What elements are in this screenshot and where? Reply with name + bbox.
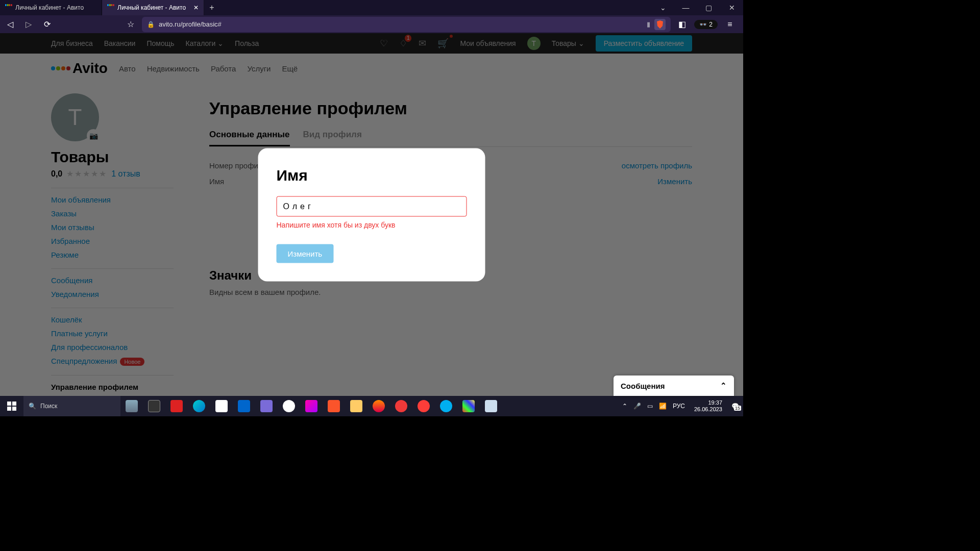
app-icon[interactable] [120, 396, 143, 416]
svg-rect-2 [7, 407, 11, 411]
clock[interactable]: 19:37 26.06.2023 [691, 399, 725, 413]
submit-button[interactable]: Изменить [277, 244, 334, 263]
name-modal: Имя Напишите имя хотя бы из двух букв Из… [258, 148, 485, 281]
svg-rect-3 [12, 407, 16, 411]
brave-icon[interactable] [323, 396, 345, 416]
app-icon[interactable] [457, 396, 480, 416]
glasses-icon: 👓 [699, 21, 707, 28]
browser-tab-active[interactable]: Личный кабинет - Авито ✕ [102, 0, 204, 15]
toolbar: ◁ ▷ ⟳ ☆ 🔒 avito.ru/profile/basic# ▮ ◧ 👓2… [0, 15, 743, 33]
reader-icon[interactable]: ▮ [647, 20, 650, 28]
window-controls: ⌄ — ▢ ✕ [651, 0, 743, 15]
close-tab-icon[interactable]: ✕ [193, 4, 199, 11]
tabstrip: Личный кабинет - Авито Личный кабинет - … [0, 0, 743, 15]
chevron-down-icon[interactable]: ⌄ [651, 0, 674, 15]
time-text: 19:37 [694, 399, 722, 406]
messages-label: Сообщения [621, 382, 665, 390]
modal-title: Имя [277, 166, 467, 184]
tab-title: Личный кабинет - Авито [15, 4, 84, 11]
url-text: avito.ru/profile/basic# [159, 20, 643, 28]
mail-icon[interactable] [233, 396, 255, 416]
firefox-icon[interactable] [368, 396, 390, 416]
app-icon[interactable] [480, 396, 502, 416]
favicon-icon [107, 4, 114, 11]
back-button[interactable]: ◁ [3, 17, 17, 32]
wifi-icon[interactable]: 📶 [659, 403, 667, 410]
search-icon: 🔍 [29, 403, 36, 410]
browser-tab[interactable]: Личный кабинет - Авито [0, 0, 102, 15]
start-button[interactable] [0, 396, 23, 416]
sidepanel-icon[interactable]: ◧ [675, 17, 689, 32]
maximize-button[interactable]: ▢ [697, 0, 720, 15]
lock-icon: 🔒 [147, 21, 155, 28]
date-text: 26.06.2023 [694, 406, 722, 413]
lang-indicator[interactable]: РУС [673, 403, 685, 410]
bookmark-icon[interactable]: ☆ [124, 17, 138, 32]
notifications-icon[interactable]: 💬15 [731, 403, 739, 410]
close-window-button[interactable]: ✕ [720, 0, 743, 15]
messages-dock[interactable]: Сообщения ⌃ [614, 375, 734, 396]
svg-rect-0 [7, 402, 11, 406]
address-bar[interactable]: 🔒 avito.ru/profile/basic# ▮ [142, 17, 671, 32]
app-icon[interactable] [255, 396, 278, 416]
edge-icon[interactable] [188, 396, 210, 416]
forward-button: ▷ [21, 17, 36, 32]
taskview-icon[interactable] [143, 396, 165, 416]
yandex-icon[interactable] [278, 396, 300, 416]
battery-icon[interactable]: ▭ [647, 403, 653, 410]
yandex-icon[interactable] [412, 396, 435, 416]
private-indicator[interactable]: 👓2 [694, 20, 718, 29]
name-input[interactable] [277, 196, 467, 216]
tray-chevron-icon[interactable]: ⌃ [622, 403, 627, 410]
browser-chrome: Личный кабинет - Авито Личный кабинет - … [0, 0, 743, 33]
app-icon[interactable] [165, 396, 188, 416]
error-text: Напишите имя хотя бы из двух букв [277, 220, 467, 229]
svg-rect-1 [12, 402, 16, 406]
new-tab-button[interactable]: + [204, 0, 219, 15]
store-icon[interactable] [210, 396, 233, 416]
search-placeholder: Поиск [40, 403, 57, 410]
mic-icon[interactable]: 🎤 [633, 403, 641, 410]
reload-button[interactable]: ⟳ [40, 17, 54, 32]
vivaldi-icon[interactable] [390, 396, 412, 416]
skype-icon[interactable] [435, 396, 457, 416]
taskbar-search[interactable]: 🔍 Поиск [23, 396, 120, 416]
tab-title: Личный кабинет - Авито [117, 4, 186, 11]
windows-taskbar: 🔍 Поиск ⌃ 🎤 ▭ 📶 РУС 19:37 26.06.2023 💬15 [0, 396, 743, 416]
menu-icon[interactable]: ≡ [723, 17, 737, 32]
private-count: 2 [709, 21, 713, 28]
minimize-button[interactable]: — [674, 0, 697, 15]
chevron-up-icon: ⌃ [720, 381, 727, 390]
app-icon[interactable] [300, 396, 323, 416]
system-tray: ⌃ 🎤 ▭ 📶 РУС 19:37 26.06.2023 💬15 [618, 396, 743, 416]
taskbar-apps [120, 396, 502, 416]
favicon-icon [5, 4, 12, 11]
brave-shield-icon[interactable] [654, 19, 666, 30]
explorer-icon[interactable] [345, 396, 368, 416]
